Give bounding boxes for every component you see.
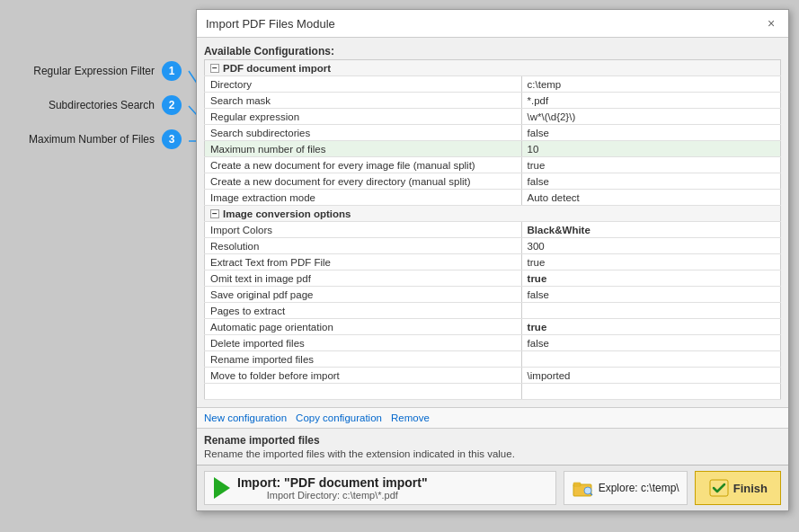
row-new-doc-image: Create a new document for every image fi… [205, 157, 781, 173]
label-new-doc-image: Create a new document for every image fi… [205, 157, 522, 173]
row-rename-imported: Rename imported files [205, 351, 781, 368]
dialog-body: Available Configurations: − PDF document… [197, 38, 788, 407]
label-extraction-mode: Image extraction mode [205, 190, 522, 206]
label-move-to-folder: Move to folder before import [205, 368, 522, 384]
label-text-2: Subdirectories Search [49, 99, 155, 111]
label-import-colors: Import Colors [205, 222, 522, 238]
row-extract-text: Extract Text from PDF File true [205, 254, 781, 270]
value-auto-orient[interactable]: true [521, 319, 780, 335]
row-subdirs: Search subdirectories false [205, 125, 781, 141]
label-auto-orient: Automatic page orientation [205, 319, 522, 335]
label-omit-text: Omit text in image pdf [205, 270, 522, 287]
value-max-files[interactable]: 10 [521, 141, 780, 157]
import-main-text: Import: "PDF document import" [237, 475, 428, 490]
label-max-files: Maximum number of files [205, 141, 522, 157]
label-text-1: Regular Expression Filter [33, 65, 155, 77]
value-pages-extract[interactable] [521, 303, 780, 319]
label-text-3: Maximum Number of Files [29, 133, 155, 146]
row-resolution: Resolution 300 [205, 238, 781, 254]
label-save-pdf: Save original pdf page [205, 287, 522, 303]
value-new-doc-dir[interactable]: false [521, 173, 780, 190]
value-resolution[interactable]: 300 [521, 238, 780, 254]
row-import-colors: Import Colors Black&White [205, 222, 781, 238]
info-area: Rename imported files Rename the importe… [197, 428, 788, 465]
pdf-section-label: PDF document import [223, 63, 331, 74]
label-rename-imported: Rename imported files [205, 351, 522, 368]
value-extraction-mode[interactable]: Auto detect [521, 190, 780, 206]
row-directory: Directory c:\temp [205, 76, 781, 93]
finish-button[interactable]: Finish [695, 471, 781, 505]
remove-link[interactable]: Remove [391, 412, 430, 423]
value-new-doc-image[interactable]: true [521, 157, 780, 173]
image-section-row: − Image conversion options [205, 206, 781, 222]
label-extract-text: Extract Text from PDF File [205, 254, 522, 270]
collapse-image-icon[interactable]: − [210, 209, 219, 218]
close-button[interactable]: × [763, 15, 779, 31]
info-title: Rename imported files [204, 434, 781, 447]
dialog-title: Import PDF Files Module [206, 17, 335, 31]
value-delete-imported[interactable]: false [521, 335, 780, 351]
row-max-files: Maximum number of files 10 [205, 141, 781, 157]
import-button[interactable]: Import: "PDF document import" Import Dir… [204, 471, 556, 505]
label-new-doc-dir: Create a new document for every director… [205, 173, 522, 190]
label-delete-imported: Delete imported files [205, 335, 522, 351]
bottom-bar: Import: "PDF document import" Import Dir… [197, 465, 788, 510]
value-save-pdf[interactable]: false [521, 287, 780, 303]
row-empty [205, 384, 781, 400]
label-item-1: Regular Expression Filter 1 [0, 54, 189, 88]
label-resolution: Resolution [205, 238, 522, 254]
badge-2: 2 [162, 95, 182, 115]
row-delete-imported: Delete imported files false [205, 335, 781, 351]
badge-1: 1 [162, 61, 182, 81]
pdf-section-row: − PDF document import [205, 60, 781, 76]
config-table: − PDF document import Directory c:\temp … [204, 59, 781, 400]
play-icon [214, 477, 230, 499]
value-omit-text[interactable]: true [521, 270, 780, 287]
row-search-mask: Search mask *.pdf [205, 93, 781, 109]
value-directory[interactable]: c:\temp [521, 76, 780, 93]
copy-config-link[interactable]: Copy configuration [296, 412, 382, 423]
dialog-titlebar: Import PDF Files Module × [197, 10, 788, 38]
value-import-colors[interactable]: Black&White [521, 222, 780, 238]
badge-3: 3 [162, 129, 182, 149]
row-move-to-folder: Move to folder before import \imported [205, 368, 781, 384]
import-sub-text: Import Directory: c:\temp\*.pdf [237, 490, 428, 501]
label-directory: Directory [205, 76, 522, 93]
links-area: New configuration Copy configuration Rem… [197, 407, 788, 428]
row-auto-orient: Automatic page orientation true [205, 319, 781, 335]
value-regex[interactable]: \w*\(\d{2}\) [521, 109, 780, 125]
import-text-block: Import: "PDF document import" Import Dir… [237, 475, 428, 501]
row-omit-text: Omit text in image pdf true [205, 270, 781, 287]
value-move-to-folder[interactable]: \imported [521, 368, 780, 384]
label-regex: Regular expression [205, 109, 522, 125]
finish-label: Finish [733, 482, 768, 495]
label-item-3: Maximum Number of Files 3 [0, 122, 189, 156]
left-labels: Regular Expression Filter 1 Subdirectori… [0, 54, 189, 156]
label-item-2: Subdirectories Search 2 [0, 88, 189, 122]
svg-point-6 [584, 487, 591, 494]
info-text: Rename the imported files with the exten… [204, 448, 781, 459]
row-regex: Regular expression \w*\(\d{2}\) [205, 109, 781, 125]
row-new-doc-dir: Create a new document for every director… [205, 173, 781, 190]
finish-icon [708, 478, 730, 498]
row-extraction-mode: Image extraction mode Auto detect [205, 190, 781, 206]
row-save-pdf: Save original pdf page false [205, 287, 781, 303]
value-extract-text[interactable]: true [521, 254, 780, 270]
label-search-mask: Search mask [205, 93, 522, 109]
label-subdirs: Search subdirectories [205, 125, 522, 141]
label-pages-extract: Pages to extract [205, 303, 522, 319]
value-search-mask[interactable]: *.pdf [521, 93, 780, 109]
row-pages-extract: Pages to extract [205, 303, 781, 319]
value-subdirs[interactable]: false [521, 125, 780, 141]
value-rename-imported[interactable] [521, 351, 780, 368]
image-section-label: Image conversion options [223, 208, 351, 219]
collapse-pdf-icon[interactable]: − [210, 64, 219, 73]
explore-text: Explore: c:\temp\ [599, 482, 679, 494]
explore-button[interactable]: Explore: c:\temp\ [564, 471, 688, 505]
new-config-link[interactable]: New configuration [204, 412, 287, 423]
dialog: Import PDF Files Module × Available Conf… [196, 9, 789, 511]
available-configs-label: Available Configurations: [204, 45, 781, 58]
folder-explore-icon [572, 479, 593, 497]
outer-wrapper: Regular Expression Filter 1 Subdirectori… [0, 0, 799, 532]
